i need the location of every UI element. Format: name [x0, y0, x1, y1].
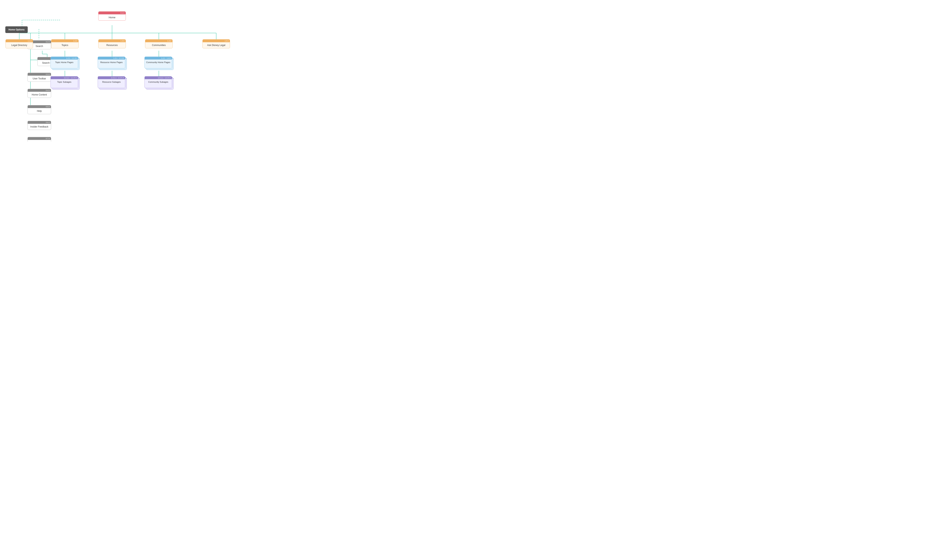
topics-label: Topics — [51, 42, 78, 48]
legal-directory-version: 1.1.0 — [6, 40, 33, 42]
resources-node[interactable]: 1.3.0 Resources — [98, 39, 126, 48]
insider-feedback-node[interactable]: 0.6.0 Insider Feedback — [28, 121, 51, 130]
community-home-pages-version: 1.4.1 - 1.4.8 — [145, 57, 172, 60]
resources-version: 1.3.0 — [98, 40, 126, 42]
topic-subages-label: Topic Subages — [51, 79, 78, 85]
privacy-policy-label: Privacy Policy — [28, 140, 51, 142]
legal-directory-label: Legal Directory — [6, 42, 33, 48]
insider-feedback-label: Insider Feedback — [28, 124, 51, 130]
insider-feedback-version: 0.6.0 — [28, 121, 51, 124]
topic-home-pages-stack[interactable]: 1.2.1 - 1.2.24 Topic Home Pages — [51, 57, 80, 72]
home-content-label: Home Content — [28, 92, 51, 98]
resource-subages-stack[interactable]: 1.3.1.1 - 1.3.X.X Resource Subages — [98, 76, 127, 92]
user-toolbar-node[interactable]: 0.3.0 User Toolbar — [28, 73, 51, 82]
resource-home-pages-version: 1.3.1 - 1.3.19 — [98, 57, 125, 60]
topic-home-pages-label: Topic Home Pages — [51, 60, 78, 65]
resource-subages-label: Resource Subages — [98, 79, 125, 85]
communities-version: 1.4.0 — [145, 40, 172, 42]
topics-version: 1.2.0 — [51, 40, 78, 42]
home-options-button[interactable]: Home Options — [5, 26, 28, 33]
communities-label: Communities — [145, 42, 172, 48]
resources-label: Resources — [98, 42, 126, 48]
topic-subages-stack[interactable]: 1.2.1.1 - 1.2.X.X Topic Subages — [51, 76, 80, 92]
home-node[interactable]: 0.1.0 Home — [98, 11, 126, 21]
resource-home-pages-label: Resource Home Pages — [98, 60, 125, 65]
user-toolbar-version: 0.3.0 — [28, 73, 51, 75]
community-home-pages-label: Community Home Pages — [145, 60, 172, 65]
ask-disney-legal-version: 1.5.0 — [203, 40, 230, 42]
privacy-policy-node[interactable]: 0.7.0 Privacy Policy — [28, 137, 51, 142]
ask-disney-legal-label: Ask Disney Legal — [203, 42, 230, 48]
community-subages-version: 1.4.1.1 - 1.4.X.X — [145, 77, 172, 79]
topic-subages-version: 1.2.1.1 - 1.2.X.X — [51, 77, 78, 79]
help-node[interactable]: 0.5.0 Help — [28, 105, 51, 114]
community-subages-stack[interactable]: 1.4.1.1 - 1.4.X.X Community Subages — [145, 76, 174, 92]
home-version: 0.1.0 — [98, 12, 126, 14]
resource-subages-version: 1.3.1.1 - 1.3.X.X — [98, 77, 125, 79]
help-label: Help — [28, 108, 51, 114]
home-content-node[interactable]: 0.4.0 Home Content — [28, 89, 51, 98]
diagram-canvas: Home Options 0.1.0 Home 0.2.0 Search 0.2… — [0, 0, 238, 142]
community-home-pages-stack[interactable]: 1.4.1 - 1.4.8 Community Home Pages — [145, 57, 174, 72]
legal-directory-node[interactable]: 1.1.0 Legal Directory — [6, 39, 33, 48]
resource-home-pages-stack[interactable]: 1.3.1 - 1.3.19 Resource Home Pages — [98, 57, 127, 72]
communities-node[interactable]: 1.4.0 Communities — [145, 39, 172, 48]
user-toolbar-label: User Toolbar — [28, 75, 51, 82]
help-version: 0.5.0 — [28, 105, 51, 108]
topics-node[interactable]: 1.2.0 Topics — [51, 39, 78, 48]
home-content-version: 0.4.0 — [28, 89, 51, 92]
home-label: Home — [98, 14, 126, 20]
community-subages-label: Community Subages — [145, 79, 172, 85]
topic-home-pages-version: 1.2.1 - 1.2.24 — [51, 57, 78, 60]
ask-disney-legal-node[interactable]: 1.5.0 Ask Disney Legal — [203, 39, 230, 48]
privacy-policy-version: 0.7.0 — [28, 137, 51, 140]
